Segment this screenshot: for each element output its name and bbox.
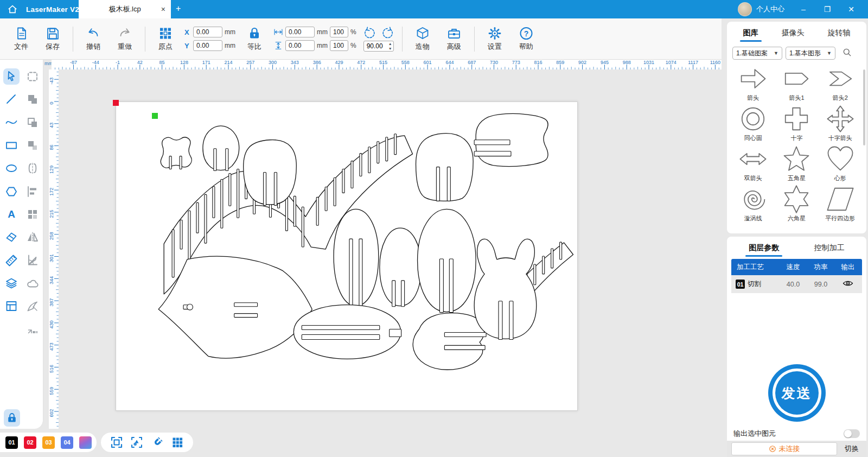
layer-row[interactable]: 01切割40.099.0: [731, 275, 862, 293]
help-button[interactable]: ?帮助: [510, 26, 542, 52]
gallery-item[interactable]: 箭头2: [819, 64, 862, 102]
cut-piece-round-piece-2[interactable]: [244, 140, 297, 206]
tool-layers[interactable]: [3, 275, 20, 291]
library-tab[interactable]: 图库: [743, 28, 758, 42]
cut-piece-big-ellipse[interactable]: [293, 305, 401, 359]
file-button[interactable]: 文件: [5, 26, 37, 52]
lock-ratio-button[interactable]: 等比: [239, 26, 270, 52]
tool-marquee[interactable]: [24, 68, 41, 85]
document-tab[interactable]: 极木板.lcp ×: [79, 0, 171, 18]
tool-rect[interactable]: [3, 137, 20, 154]
send-button[interactable]: 发送: [768, 364, 826, 422]
tool-cloud[interactable]: [24, 275, 41, 291]
gallery-item[interactable]: 箭头1: [775, 64, 818, 102]
new-tab-button[interactable]: +: [176, 4, 181, 14]
tool-copy[interactable]: [24, 115, 41, 131]
focus-shapes-icon[interactable]: [130, 436, 143, 449]
tool-mirror[interactable]: [24, 229, 41, 245]
search-icon[interactable]: [842, 47, 852, 59]
tool-subtract[interactable]: [24, 137, 41, 154]
rotation-spinner[interactable]: ▲▼: [388, 41, 392, 51]
rotate-cw-icon[interactable]: [381, 27, 394, 40]
gallery-item[interactable]: 五角星: [775, 144, 818, 182]
tool-ellipse[interactable]: [3, 160, 20, 176]
save-button[interactable]: 保存: [37, 26, 68, 52]
undo-button[interactable]: 撤销: [78, 26, 109, 52]
position-marker-green[interactable]: [152, 113, 158, 119]
layer-swatch-gradient[interactable]: [79, 436, 92, 449]
user-center-label[interactable]: 个人中心: [756, 4, 784, 14]
tool-union[interactable]: [24, 91, 41, 107]
close-button[interactable]: ✕: [846, 5, 856, 14]
canvas-drawing[interactable]: [116, 102, 577, 410]
height-percent-input[interactable]: [330, 40, 348, 51]
tool-split[interactable]: [24, 160, 41, 176]
tool-line[interactable]: [3, 91, 20, 107]
tool-polygon[interactable]: [3, 183, 20, 200]
redo-button[interactable]: 重做: [109, 26, 141, 52]
rotate-ccw-icon[interactable]: [363, 27, 376, 40]
canvas-lock-button[interactable]: [4, 409, 20, 427]
cut-piece-side-body[interactable]: [158, 256, 312, 358]
cut-piece-blob-right[interactable]: [413, 313, 486, 370]
tool-ruler[interactable]: [3, 252, 20, 268]
x-position-input[interactable]: [193, 27, 222, 37]
tab-close-icon[interactable]: ×: [161, 5, 165, 14]
layer-tab[interactable]: 图层参数: [749, 243, 779, 257]
gallery-item[interactable]: 双箭头: [731, 144, 775, 182]
gallery-item[interactable]: 箭头: [731, 64, 775, 102]
tool-text[interactable]: A: [3, 206, 20, 223]
cut-piece-egg-2[interactable]: [380, 228, 422, 306]
tool-blocks[interactable]: [24, 206, 41, 223]
tool-protractor[interactable]: [24, 252, 41, 268]
advanced-button[interactable]: 高级: [438, 26, 470, 52]
origin-button[interactable]: 原点: [150, 26, 181, 52]
tool-select[interactable]: [3, 68, 20, 85]
layer-swatch-04[interactable]: 04: [61, 436, 73, 449]
gallery-item[interactable]: 六角星: [775, 185, 818, 223]
tool-curve[interactable]: [3, 115, 20, 131]
grid-icon[interactable]: [171, 436, 184, 449]
tool-pick[interactable]: [24, 298, 41, 314]
height-input[interactable]: [285, 40, 315, 51]
gallery-item[interactable]: 漩涡线: [731, 185, 775, 223]
maximize-button[interactable]: ❐: [822, 5, 832, 14]
connection-status[interactable]: 未连接: [731, 442, 837, 455]
gallery-scrollbar[interactable]: [863, 69, 865, 145]
width-input[interactable]: [285, 27, 315, 37]
crop-frame-icon[interactable]: [110, 436, 123, 449]
gallery-item[interactable]: 同心圆: [731, 104, 775, 142]
cut-piece-rabbit-piece[interactable]: [474, 239, 537, 339]
home-icon[interactable]: [7, 3, 18, 15]
layer-tab[interactable]: 控制加工: [814, 243, 845, 257]
settings-button[interactable]: 设置: [479, 26, 510, 52]
cut-piece-head-piece[interactable]: [474, 114, 548, 167]
output-eye-icon[interactable]: [834, 278, 861, 290]
library-tab[interactable]: 摄像头: [782, 28, 805, 42]
gallery-item[interactable]: 十字箭头: [819, 104, 862, 142]
switch-device-button[interactable]: 切换: [841, 444, 862, 454]
category-dropdown[interactable]: 1.基础图案▼: [732, 47, 782, 60]
cut-piece-round-piece-3[interactable]: [416, 134, 474, 201]
gallery-item[interactable]: 十字: [775, 104, 818, 142]
cut-piece-egg-3-tall[interactable]: [418, 209, 476, 312]
tool-collapse[interactable]: [24, 321, 41, 337]
create-button[interactable]: 造物: [407, 26, 438, 52]
user-avatar[interactable]: [738, 2, 752, 16]
output-selected-toggle[interactable]: [844, 429, 860, 438]
magnet-icon[interactable]: [151, 436, 164, 449]
y-position-input[interactable]: [193, 40, 222, 51]
tool-align[interactable]: [24, 183, 41, 200]
library-tab[interactable]: 旋转轴: [828, 28, 851, 42]
minimize-button[interactable]: –: [799, 5, 808, 14]
origin-marker-red[interactable]: [113, 100, 119, 106]
cut-piece-egg-1[interactable]: [334, 209, 379, 306]
gallery-item[interactable]: 心形: [819, 144, 862, 182]
canvas-area[interactable]: mm -87-44-142851281712142573003433864294…: [43, 60, 722, 457]
work-page[interactable]: [116, 101, 578, 411]
layer-swatch-03[interactable]: 03: [42, 436, 55, 449]
cut-piece-dome-piece[interactable]: [203, 126, 239, 171]
gallery-item[interactable]: 平行四边形: [819, 185, 862, 223]
layer-swatch-02[interactable]: 02: [24, 436, 36, 449]
tool-frame[interactable]: [3, 298, 20, 314]
